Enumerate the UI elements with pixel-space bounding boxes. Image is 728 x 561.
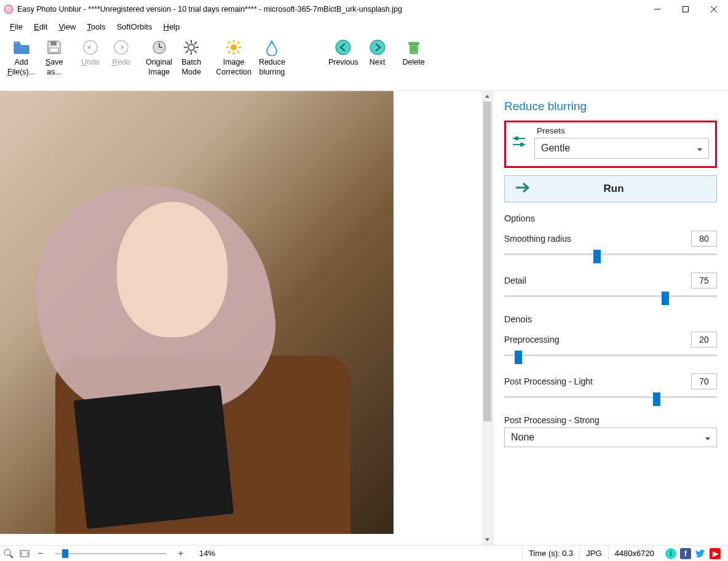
post-processing-strong-option: Post Processing - Strong None <box>504 415 717 447</box>
next-button[interactable]: Next <box>362 37 393 69</box>
svg-line-43 <box>10 555 13 558</box>
delete-button[interactable]: Delete <box>398 37 429 69</box>
redo-icon <box>113 38 130 57</box>
vertical-scrollbar[interactable] <box>482 91 493 545</box>
clock-icon <box>151 38 168 57</box>
brightness-icon <box>225 38 242 57</box>
add-files-button[interactable]: AddFile(s)... <box>4 37 39 78</box>
chevron-down-icon <box>697 143 702 154</box>
close-button[interactable] <box>700 0 728 18</box>
chevron-down-icon <box>705 432 710 443</box>
window-title: Easy Photo Unblur - ****Unregistered ver… <box>17 5 643 14</box>
arrow-right-circle-icon <box>369 38 386 57</box>
arrow-left-circle-icon <box>334 38 352 57</box>
svg-line-28 <box>237 51 239 53</box>
svg-rect-3 <box>683 7 689 12</box>
water-drop-icon <box>263 38 280 57</box>
preprocessing-value[interactable]: 20 <box>691 332 717 348</box>
batch-mode-button[interactable]: BatchMode <box>176 37 207 78</box>
svg-point-0 <box>4 5 13 14</box>
scroll-up-icon[interactable] <box>482 91 493 101</box>
zoom-out-icon[interactable]: − <box>34 547 47 560</box>
menu-softorbits[interactable]: SoftOrbits <box>112 21 157 33</box>
svg-rect-34 <box>409 42 419 44</box>
menu-help[interactable]: Help <box>158 21 184 33</box>
trash-icon <box>405 38 422 57</box>
panel-title: Reduce blurring <box>504 100 717 113</box>
redo-button[interactable]: Redo <box>106 37 136 69</box>
svg-rect-44 <box>20 551 29 557</box>
svg-point-32 <box>370 40 385 55</box>
undo-button[interactable]: Undo <box>75 37 106 69</box>
facebook-icon[interactable]: f <box>680 548 691 559</box>
svg-line-18 <box>186 42 188 44</box>
fit-to-screen-icon[interactable] <box>18 547 31 560</box>
presets-highlight-box: Presets Gentle <box>504 121 717 168</box>
svg-line-20 <box>194 42 197 44</box>
svg-line-21 <box>186 50 188 53</box>
run-label: Run <box>543 183 706 195</box>
statusbar: − + 14% Time (s): 0.3 JPG 4480x6720 i f … <box>0 545 728 561</box>
preprocessing-slider[interactable] <box>504 351 717 360</box>
minimize-button[interactable] <box>643 0 671 18</box>
image-correction-button[interactable]: ImageCorrection <box>212 37 255 78</box>
menu-file[interactable]: File <box>5 21 28 33</box>
status-dimensions: 4480x6720 <box>608 546 660 561</box>
svg-rect-7 <box>50 48 58 52</box>
status-format: JPG <box>579 546 607 561</box>
smoothing-value[interactable]: 80 <box>691 231 717 247</box>
zoom-slider[interactable] <box>55 549 166 559</box>
detail-label: Detail <box>504 276 526 285</box>
scroll-down-icon[interactable] <box>482 535 493 545</box>
post-light-value[interactable]: 70 <box>691 373 717 389</box>
svg-line-30 <box>228 51 230 53</box>
youtube-icon[interactable]: ▶ <box>710 548 721 559</box>
menu-edit[interactable]: Edit <box>29 21 52 33</box>
svg-point-13 <box>188 44 194 50</box>
menubar: File Edit View Tools SoftOrbits Help <box>0 18 728 34</box>
window-controls <box>643 0 728 18</box>
info-icon[interactable]: i <box>665 548 676 559</box>
previous-button[interactable]: Previous <box>325 37 362 69</box>
canvas-area <box>0 91 493 545</box>
post-light-label: Post Processing - Light <box>504 376 593 386</box>
svg-line-29 <box>237 42 239 44</box>
detail-slider[interactable] <box>504 292 717 301</box>
post-processing-light-option: Post Processing - Light 70 <box>504 373 717 402</box>
smoothing-label: Smoothing radius <box>504 234 571 244</box>
options-heading: Options <box>504 213 717 223</box>
post-strong-label: Post Processing - Strong <box>504 415 717 425</box>
presets-label: Presets <box>534 126 709 135</box>
presets-select[interactable]: Gentle <box>534 138 709 159</box>
twitter-icon[interactable] <box>695 548 706 559</box>
svg-line-27 <box>228 42 230 44</box>
workspace: Reduce blurring Presets Gentle Run Optio… <box>0 91 728 545</box>
post-strong-select[interactable]: None <box>504 428 717 447</box>
save-as-button[interactable]: Saveas... <box>39 37 69 78</box>
svg-rect-6 <box>50 41 57 46</box>
app-icon <box>4 4 14 14</box>
toolbar: AddFile(s)... Saveas... Undo Redo Origin… <box>0 34 728 91</box>
zoom-in-icon[interactable]: + <box>175 547 187 560</box>
sliders-icon <box>511 133 527 151</box>
preprocessing-option: Preprocessing 20 <box>504 332 717 360</box>
svg-point-1 <box>6 7 9 9</box>
post-light-slider[interactable] <box>504 393 717 402</box>
zoom-actual-icon[interactable] <box>2 547 15 560</box>
detail-value[interactable]: 75 <box>691 273 717 288</box>
image-canvas[interactable] <box>0 91 394 534</box>
save-icon <box>46 38 63 57</box>
menu-view[interactable]: View <box>53 21 81 33</box>
scroll-thumb[interactable] <box>483 101 491 421</box>
maximize-button[interactable] <box>671 0 700 18</box>
social-links: i f ▶ <box>660 548 726 559</box>
zoom-percent: 14% <box>199 549 215 558</box>
run-button[interactable]: Run <box>504 175 717 202</box>
smoothing-slider[interactable] <box>504 250 717 259</box>
undo-icon <box>82 38 99 57</box>
svg-rect-41 <box>520 143 523 146</box>
presets-value: Gentle <box>541 143 570 154</box>
original-image-button[interactable]: OriginalImage <box>142 37 176 78</box>
menu-tools[interactable]: Tools <box>82 21 110 33</box>
reduce-blurring-button[interactable]: Reduceblurring <box>255 37 289 78</box>
